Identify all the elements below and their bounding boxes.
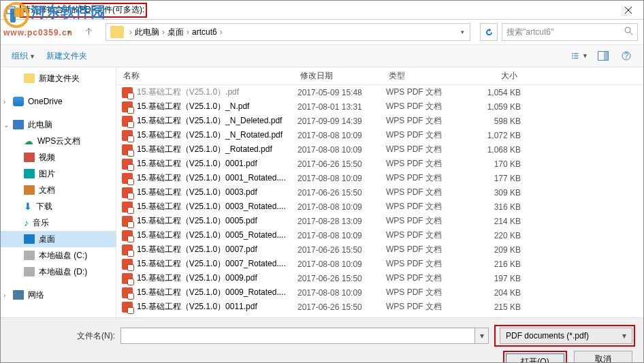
- preview-pane-button[interactable]: [595, 48, 611, 63]
- pdf-icon: [122, 273, 133, 284]
- organize-menu[interactable]: 组织▼: [7, 48, 39, 65]
- sidebar-tree[interactable]: 新建文件夹 ›OneDrive ⌄此电脑 ☁WPS云文档 视频 图片 文档 ⬇下…: [1, 67, 116, 340]
- sidebar-item-network[interactable]: ›网络: [1, 287, 116, 303]
- search-input[interactable]: 搜索"artcut6": [502, 23, 638, 41]
- file-row[interactable]: 15.基础工程（V25.1.0）_Rotated.pdf2017-08-08 1…: [116, 142, 643, 157]
- file-type: WPS PDF 文档: [386, 101, 461, 112]
- file-row[interactable]: 15.基础工程（V25.1.0）0005_Rotated....2017-08-…: [116, 228, 643, 242]
- file-size: 1,068 KB: [461, 145, 521, 155]
- file-row[interactable]: 15.基础工程（V25.1.0）0001_Rotated....2017-08-…: [116, 171, 643, 185]
- filename-input[interactable]: [120, 328, 475, 344]
- file-list[interactable]: 15.基础工程（V25.1.0）.pdf2017-05-09 15:48WPS …: [116, 85, 643, 340]
- file-row[interactable]: 15.基础工程（V25.1.0）_N_Rotated.pdf2017-08-08…: [116, 128, 643, 142]
- file-size: 1,059 KB: [461, 102, 521, 112]
- breadcrumb-thispc[interactable]: 此电脑: [135, 27, 159, 38]
- nav-back-button[interactable]: 🡠: [18, 23, 37, 41]
- nav-recent-button[interactable]: ▾: [59, 23, 78, 41]
- file-type: WPS PDF 文档: [386, 272, 461, 284]
- column-header-size[interactable]: 大小: [457, 67, 525, 84]
- file-size: 170 KB: [461, 159, 521, 169]
- svg-rect-4: [572, 55, 573, 56]
- new-folder-button[interactable]: 新建文件夹: [42, 48, 91, 65]
- file-date: 2017-08-08 10:09: [297, 145, 386, 155]
- folder-icon: [110, 26, 124, 38]
- filename-label: 文件名(N):: [77, 330, 115, 342]
- chevron-down-icon[interactable]: ▾: [461, 29, 464, 35]
- breadcrumb-folder[interactable]: artcut6: [192, 27, 217, 37]
- pdf-icon: [122, 202, 133, 212]
- sidebar-item-downloads[interactable]: ⬇下载: [1, 198, 116, 215]
- file-name: 15.基础工程（V25.1.0）0001.pdf: [137, 158, 297, 170]
- nav-up-button[interactable]: 🡡: [80, 23, 99, 41]
- file-row[interactable]: 15.基础工程（V25.1.0）0007_Rotated....2017-08-…: [116, 257, 643, 271]
- file-size: 177 KB: [461, 174, 521, 183]
- file-row[interactable]: 15.基础工程（V25.1.0）0001.pdf2017-06-26 15:50…: [116, 157, 643, 171]
- app-icon: [6, 5, 16, 15]
- file-name: 15.基础工程（V25.1.0）.pdf: [137, 86, 297, 98]
- file-row[interactable]: 15.基础工程（V25.1.0）0009.pdf2017-06-26 15:50…: [116, 271, 643, 285]
- svg-point-1: [625, 27, 630, 33]
- sidebar-item-diskd[interactable]: 本地磁盘 (D:): [1, 264, 116, 280]
- desktop-icon: [24, 234, 35, 244]
- pdf-icon: [122, 130, 133, 141]
- file-name: 15.基础工程（V25.1.0）_N_Deleted.pdf: [137, 115, 297, 127]
- file-size: 598 KB: [461, 116, 521, 126]
- svg-rect-3: [574, 53, 578, 54]
- search-placeholder: 搜索"artcut6": [506, 27, 553, 38]
- file-date: 2017-08-08 10:09: [297, 231, 386, 240]
- music-icon: ♪: [24, 217, 29, 228]
- file-row[interactable]: 15.基础工程（V25.1.0）0011.pdf2017-06-26 15:50…: [116, 300, 643, 314]
- pdf-icon: [122, 244, 133, 255]
- file-date: 2017-05-09 15:48: [297, 88, 386, 97]
- open-button[interactable]: 打开(O): [506, 353, 564, 363]
- file-row[interactable]: 15.基础工程（V25.1.0）0009_Rotated....2017-08-…: [116, 285, 643, 300]
- help-button[interactable]: ?: [618, 48, 634, 63]
- file-type: WPS PDF 文档: [386, 201, 461, 212]
- file-type: WPS PDF 文档: [386, 230, 461, 241]
- sidebar-item-thispc[interactable]: ⌄此电脑: [1, 116, 116, 133]
- file-size: 216 KB: [461, 259, 521, 269]
- sidebar-item-onedrive[interactable]: ›OneDrive: [1, 93, 116, 110]
- folder-icon: [24, 74, 35, 83]
- file-row[interactable]: 15.基础工程（V25.1.0）0007.pdf2017-06-26 15:50…: [116, 242, 643, 257]
- sidebar-item-wpscloud[interactable]: ☁WPS云文档: [1, 133, 116, 149]
- sidebar-item-video[interactable]: 视频: [1, 149, 116, 165]
- file-type: WPS PDF 文档: [386, 144, 461, 155]
- column-header-type[interactable]: 类型: [382, 67, 457, 84]
- file-type: WPS PDF 文档: [386, 86, 461, 98]
- sidebar-item-documents[interactable]: 文档: [1, 182, 116, 198]
- sidebar-item-newfolder[interactable]: 新建文件夹: [1, 70, 116, 86]
- file-date: 2017-08-08 10:09: [297, 131, 386, 140]
- file-row[interactable]: 15.基础工程（V25.1.0）0003.pdf2017-06-26 15:50…: [116, 185, 643, 200]
- open-button-highlight: 打开(O): [503, 351, 567, 363]
- file-type: WPS PDF 文档: [386, 258, 461, 270]
- close-button[interactable]: [613, 1, 643, 20]
- breadcrumb-desktop[interactable]: 桌面: [167, 27, 184, 38]
- sidebar-item-pictures[interactable]: 图片: [1, 165, 116, 182]
- svg-rect-7: [574, 58, 578, 59]
- file-date: 2017-06-26 15:50: [297, 188, 386, 198]
- column-header-name[interactable]: 名称: [116, 67, 293, 84]
- pdf-icon: [122, 87, 133, 98]
- file-size: 209 KB: [461, 245, 521, 255]
- cancel-button[interactable]: 取消: [574, 351, 632, 363]
- breadcrumb-bar[interactable]: › 此电脑 › 桌面 › artcut6 › ▾: [106, 23, 470, 41]
- svg-rect-0: [7, 7, 15, 14]
- sidebar-item-diskc[interactable]: 本地磁盘 (C:): [1, 247, 116, 264]
- refresh-button[interactable]: [480, 23, 498, 41]
- pdf-icon: [122, 144, 133, 155]
- filename-dropdown[interactable]: ▾: [475, 328, 489, 344]
- filetype-filter[interactable]: PDF documents (*.pdf)▾: [500, 328, 632, 344]
- file-row[interactable]: 15.基础工程（V25.1.0）0005.pdf2017-08-28 13:09…: [116, 214, 643, 228]
- sidebar-item-desktop[interactable]: 桌面: [1, 231, 116, 247]
- file-name: 15.基础工程（V25.1.0）_N.pdf: [137, 101, 297, 112]
- nav-forward-button[interactable]: 🡢: [39, 23, 58, 41]
- view-mode-button[interactable]: ▼: [572, 48, 588, 63]
- file-row[interactable]: 15.基础工程（V25.1.0）.pdf2017-05-09 15:48WPS …: [116, 85, 643, 99]
- file-name: 15.基础工程（V25.1.0）0005_Rotated....: [137, 230, 297, 241]
- file-row[interactable]: 15.基础工程（V25.1.0）_N.pdf2017-08-01 13:31WP…: [116, 99, 643, 114]
- column-header-date[interactable]: 修改日期: [293, 67, 382, 84]
- sidebar-item-music[interactable]: ♪音乐: [1, 215, 116, 231]
- file-row[interactable]: 15.基础工程（V25.1.0）0003_Rotated....2017-08-…: [116, 200, 643, 214]
- file-row[interactable]: 15.基础工程（V25.1.0）_N_Deleted.pdf2017-09-09…: [116, 114, 643, 128]
